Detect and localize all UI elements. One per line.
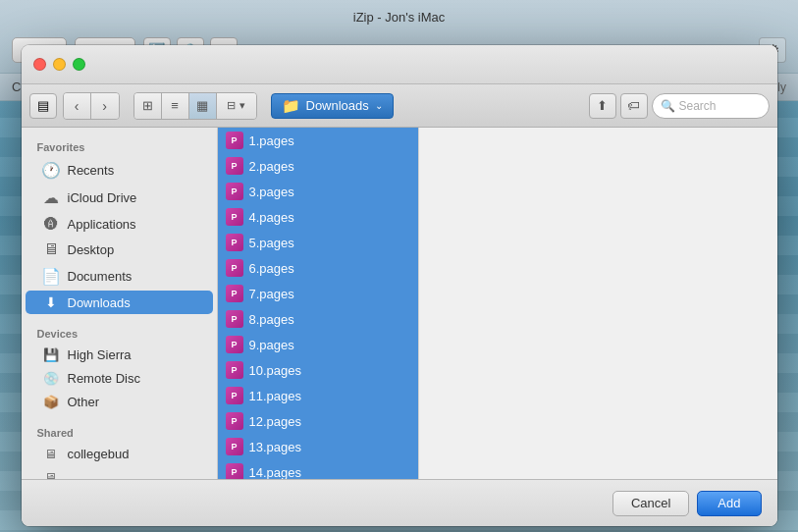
file-name: 7.pages: [249, 287, 294, 301]
remotedisc-icon: 💿: [41, 371, 61, 386]
sidebar-item-icloud[interactable]: ☁ iCloud Drive: [26, 185, 213, 211]
add-button[interactable]: Add: [697, 491, 761, 516]
icloud-label: iCloud Drive: [68, 190, 137, 205]
remotedisc-label: Remote Disc: [68, 371, 140, 386]
sidebar-icon: ▤: [37, 98, 49, 113]
navigation-buttons: ‹ ›: [63, 92, 120, 120]
icon-view-button[interactable]: ⊞: [134, 93, 162, 119]
file-item-5pages[interactable]: P 5.pages: [218, 230, 418, 255]
file-name: 13.pages: [249, 440, 302, 454]
other-icon: 📦: [41, 395, 61, 409]
file-item-10pages[interactable]: P 10.pages: [218, 357, 418, 383]
pages-icon: P: [226, 157, 243, 175]
documents-label: Documents: [68, 269, 133, 284]
search-box[interactable]: 🔍 Search: [652, 93, 770, 119]
file-item-2pages[interactable]: P 2.pages: [218, 153, 418, 179]
search-placeholder: Search: [679, 99, 717, 113]
file-item-12pages[interactable]: P 12.pages: [218, 408, 418, 434]
sidebar-item-other[interactable]: 📦 Other: [26, 391, 213, 413]
pages-icon: P: [226, 234, 243, 251]
file-item-6pages[interactable]: P 6.pages: [218, 255, 418, 281]
documents-icon: 📄: [41, 267, 61, 286]
dialog-title-bar: [22, 45, 777, 84]
shared2-icon: 🖥: [41, 470, 61, 479]
devices-header: Devices: [22, 322, 217, 343]
file-name: 2.pages: [249, 159, 294, 174]
close-button[interactable]: [33, 58, 46, 71]
pages-icon: P: [226, 412, 243, 430]
other-label: Other: [68, 395, 100, 409]
file-name: 9.pages: [249, 338, 294, 352]
cancel-button[interactable]: Cancel: [612, 491, 689, 516]
pages-icon: P: [226, 183, 243, 200]
highsierra-icon: 💾: [41, 347, 61, 362]
pages-icon: P: [226, 336, 243, 353]
file-preview-panel: [419, 128, 777, 479]
file-item-14pages[interactable]: P 14.pages: [218, 459, 418, 479]
downloads-label: Downloads: [68, 295, 131, 310]
sidebar-item-remotedisc[interactable]: 💿 Remote Disc: [26, 367, 213, 390]
forward-button[interactable]: ›: [91, 93, 119, 119]
pages-icon: P: [226, 132, 243, 149]
maximize-button[interactable]: [73, 58, 85, 71]
pages-icon: P: [226, 438, 243, 455]
collegebud-icon: 🖥: [41, 447, 61, 461]
sidebar-item-documents[interactable]: 📄 Documents: [26, 263, 213, 290]
file-item-4pages[interactable]: P 4.pages: [218, 204, 418, 230]
dialog-bottom-bar: Cancel Add: [22, 479, 777, 526]
file-item-9pages[interactable]: P 9.pages: [218, 332, 418, 357]
file-item-13pages[interactable]: P 13.pages: [218, 434, 418, 459]
chevron-down-icon: ⌄: [375, 100, 383, 111]
share-button[interactable]: ⬆: [589, 93, 616, 119]
recents-icon: 🕐: [41, 161, 61, 180]
tag-button[interactable]: 🏷: [620, 93, 648, 119]
main-content: Favorites 🕐 Recents ☁ iCloud Drive 🅐 App…: [22, 128, 777, 479]
sidebar-toggle-button[interactable]: ▤: [29, 93, 57, 119]
applications-label: Applications: [68, 217, 136, 232]
file-name: 6.pages: [249, 261, 294, 276]
sidebar-item-collegebud[interactable]: 🖥 collegebud: [26, 443, 213, 465]
file-name: 1.pages: [249, 133, 294, 148]
shared2-label: ...: [68, 470, 79, 479]
file-item-11pages[interactable]: P 11.pages: [218, 383, 418, 408]
pages-icon: P: [226, 285, 243, 302]
sidebar-item-applications[interactable]: 🅐 Applications: [26, 212, 213, 236]
sidebar-item-downloads[interactable]: ⬇ Downloads: [26, 291, 213, 314]
applications-icon: 🅐: [41, 216, 61, 232]
back-button[interactable]: ‹: [64, 93, 91, 119]
desktop-label: Desktop: [68, 242, 115, 257]
file-item-3pages[interactable]: P 3.pages: [218, 179, 418, 204]
sidebar-item-highsierra[interactable]: 💾 High Sierra: [26, 344, 213, 366]
file-list: P 1.pages P 2.pages P 3.pages P 4.pages …: [218, 128, 419, 479]
file-name: 8.pages: [249, 312, 294, 327]
folder-icon: 📁: [282, 97, 300, 115]
file-item-8pages[interactable]: P 8.pages: [218, 306, 418, 332]
pages-icon: P: [226, 259, 243, 277]
sidebar-item-shared2[interactable]: 🖥 ...: [26, 466, 213, 479]
dialog-toolbar: ▤ ‹ › ⊞ ≡ ▦ ⊟ ▾ 📁 Downloads ⌄ ⬆ 🏷 🔍 Sear…: [22, 84, 777, 128]
pages-icon: P: [226, 208, 243, 226]
minimize-button[interactable]: [53, 58, 66, 71]
file-name: 11.pages: [249, 389, 302, 403]
recents-label: Recents: [68, 163, 115, 178]
favorites-header: Favorites: [22, 135, 217, 156]
gallery-view-button[interactable]: ⊟ ▾: [217, 93, 256, 119]
sidebar-item-desktop[interactable]: 🖥 Desktop: [26, 237, 213, 262]
folder-selector[interactable]: 📁 Downloads ⌄: [271, 93, 394, 119]
column-view-button[interactable]: ▦: [189, 93, 217, 119]
search-icon: 🔍: [661, 99, 675, 113]
shared-header: Shared: [22, 421, 217, 442]
list-view-button[interactable]: ≡: [162, 93, 189, 119]
file-name: 12.pages: [249, 414, 302, 429]
downloads-icon: ⬇: [41, 294, 61, 310]
desktop-icon: 🖥: [41, 240, 61, 258]
file-item-7pages[interactable]: P 7.pages: [218, 281, 418, 306]
sidebar-item-recents[interactable]: 🕐 Recents: [26, 157, 213, 184]
pages-icon: P: [226, 387, 243, 404]
folder-name: Downloads: [306, 98, 369, 113]
icloud-icon: ☁: [41, 188, 61, 207]
pages-icon: P: [226, 310, 243, 328]
file-name: 10.pages: [249, 363, 302, 378]
file-name: 14.pages: [249, 465, 302, 480]
file-item-1pages[interactable]: P 1.pages: [218, 128, 418, 153]
